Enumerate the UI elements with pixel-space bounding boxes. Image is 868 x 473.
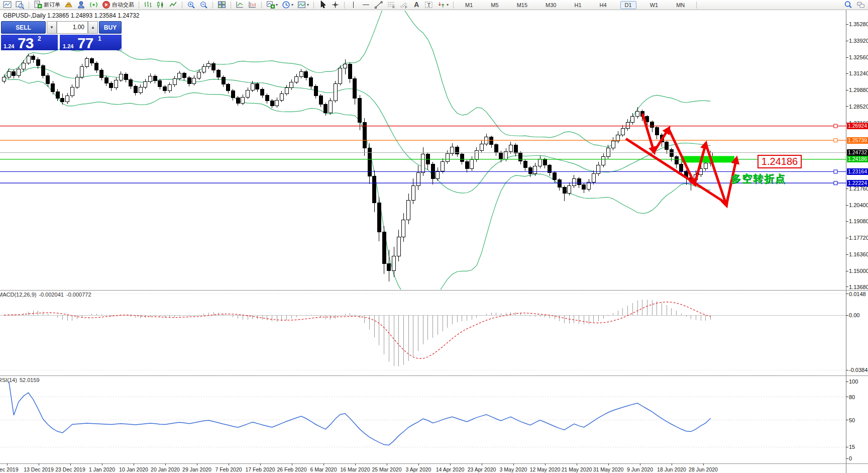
arrows-button[interactable]: ▾ — [435, 0, 451, 10]
rsi-axis-label: 100 — [849, 379, 858, 385]
vertical-line-button[interactable] — [347, 0, 360, 10]
crosshair-button[interactable] — [329, 0, 342, 10]
toolbar: 新订单自动交易▾▾▾EFAT▾M1M5M15M30H1H4D1W1MN — [0, 0, 868, 10]
bar-chart-button[interactable] — [142, 0, 154, 10]
price-axis-label: 1.17720 — [849, 235, 868, 241]
timeframe-m1-button[interactable]: M1 — [461, 1, 477, 9]
chat-button[interactable] — [854, 0, 867, 10]
market-watch-icon — [77, 1, 85, 9]
text-icon: A — [412, 1, 420, 9]
macd-pane[interactable] — [0, 294, 846, 370]
panel-resize-grip[interactable] — [119, 47, 122, 51]
date-label: 20 Jan 2020 — [151, 466, 180, 472]
sell-price-pips: 73 — [18, 35, 33, 50]
macd-name: MACD(12,26,9) — [0, 292, 36, 298]
chart-canvas[interactable] — [0, 0, 868, 473]
price-level-label: 1.25739 — [847, 137, 868, 144]
toolbar-separator — [261, 2, 262, 9]
toolbar-separator — [344, 2, 345, 9]
text-button[interactable]: A — [410, 0, 422, 10]
price-axis-label: 1.16360 — [849, 251, 868, 257]
volume-input[interactable]: 1.00 — [57, 21, 88, 34]
candlestick-chart-button[interactable] — [154, 0, 167, 10]
chart-search-icon — [16, 1, 24, 9]
timeframe-h4-button[interactable]: H4 — [595, 1, 611, 9]
line-chart-button[interactable] — [167, 0, 179, 10]
trend-arrow[interactable] — [626, 139, 724, 202]
zoom-in-icon — [187, 1, 195, 9]
zoom-in-button[interactable] — [185, 0, 197, 10]
signal-icon — [89, 1, 98, 9]
timeframe-h1-button[interactable]: H1 — [570, 1, 586, 9]
templates-button[interactable]: ▾ — [295, 0, 311, 10]
bar-chart-icon — [144, 1, 152, 9]
macd-indicator-label: MACD(12,26,9)-0.002041-0.000772 — [0, 292, 94, 298]
chart-window-button[interactable] — [1, 0, 14, 10]
zoom-out-button[interactable] — [197, 0, 210, 10]
timeframe-d1-button[interactable]: D1 — [620, 1, 636, 9]
candles[interactable] — [3, 54, 713, 281]
rsi-pane[interactable] — [0, 382, 846, 447]
rsi-axis-label: 50 — [849, 417, 855, 423]
sell-button[interactable]: SELL — [1, 21, 46, 34]
auto-trading-button[interactable]: 自动交易 — [100, 0, 136, 10]
search-button[interactable] — [842, 0, 854, 10]
timeframe-m30-button[interactable]: M30 — [541, 1, 561, 9]
macd-axis-label: -0.038415 — [849, 367, 868, 373]
volume-increase-button[interactable]: ▲ — [88, 21, 98, 34]
timeframe-m15-button[interactable]: M15 — [512, 1, 532, 9]
chart-search-button[interactable] — [14, 0, 26, 10]
line-handle[interactable] — [834, 124, 837, 128]
new-order-button[interactable]: 新订单 — [32, 0, 62, 10]
add-indicator-button[interactable]: ▾ — [264, 0, 280, 10]
search-icon — [844, 1, 852, 9]
buy-quote-panel[interactable]: 1.24 77 1 — [60, 35, 122, 50]
toolbar-group — [234, 0, 259, 10]
add-indicator-icon — [266, 1, 275, 9]
macd-signal-line — [4, 302, 711, 359]
macd-value-signal: -0.000772 — [66, 292, 91, 298]
market-watch-button[interactable] — [75, 0, 87, 10]
price-axis-label: 1.29880 — [849, 87, 868, 93]
timeframe-w1-button[interactable]: W1 — [645, 1, 663, 9]
svg-text:A: A — [414, 1, 419, 9]
toolbar-separator — [313, 2, 314, 9]
date-label: 3 Apr 2020 — [406, 466, 431, 472]
fibonacci-button[interactable]: E — [385, 0, 397, 10]
line-handle[interactable] — [834, 139, 837, 142]
date-label: 14 Apr 2020 — [436, 466, 465, 472]
trendline-button[interactable] — [372, 0, 385, 10]
sell-quote-panel[interactable]: 1.24 73 2 — [1, 35, 58, 50]
text-label-button[interactable]: T — [422, 0, 435, 10]
price-axis-label: 1.19080 — [849, 218, 868, 224]
volume-decrease-button[interactable]: ▼ — [47, 21, 57, 34]
timeframe-mn-button[interactable]: MN — [672, 1, 689, 9]
rsi-value: 52.0159 — [20, 377, 40, 383]
support-zone[interactable] — [681, 156, 734, 162]
price-callout-box[interactable]: 1.24186 — [757, 155, 802, 168]
macd-value-main: -0.002041 — [39, 292, 64, 298]
gold-bars-button[interactable] — [62, 0, 75, 10]
horizontal-line-button[interactable] — [360, 0, 372, 10]
date-label: 3 May 2020 — [500, 466, 527, 472]
tile-windows-button[interactable] — [215, 0, 228, 10]
date-label: 1 Jan 2020 — [89, 466, 115, 472]
date-label: 12 May 2020 — [530, 466, 561, 472]
sell-price-point: 2 — [38, 35, 41, 42]
zoom-out-icon — [199, 1, 208, 9]
cursor-button[interactable] — [316, 0, 329, 10]
signal-button[interactable] — [87, 0, 100, 10]
navigator-button[interactable] — [246, 0, 259, 10]
line-handle[interactable] — [834, 170, 837, 173]
timeframe-m5-button[interactable]: M5 — [486, 1, 503, 9]
crosshair-icon — [331, 1, 340, 9]
data-window-button[interactable] — [234, 0, 246, 10]
periods-button[interactable]: ▾ — [280, 0, 295, 10]
annotation-text[interactable]: 多空转折点 — [731, 172, 786, 185]
toolbar-group — [215, 0, 228, 10]
macd-axis-label: 0.0148 — [849, 291, 866, 297]
line-handle[interactable] — [834, 181, 837, 185]
buy-button[interactable]: BUY — [99, 21, 122, 34]
date-label: 23 Apr 2020 — [468, 466, 496, 472]
channel-button[interactable]: F — [397, 0, 410, 10]
